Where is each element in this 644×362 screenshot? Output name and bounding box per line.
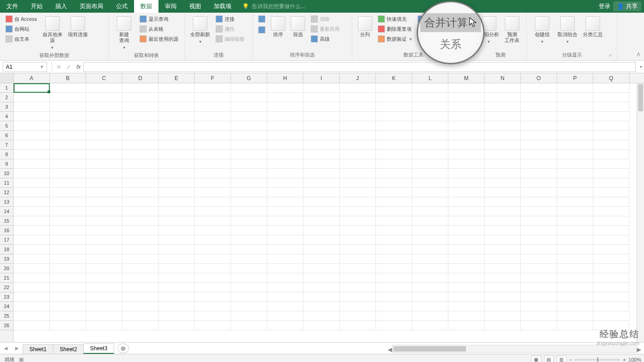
cell[interactable] xyxy=(412,102,448,112)
row-header-22[interactable]: 22 xyxy=(0,283,13,292)
cell[interactable] xyxy=(303,93,340,102)
cell[interactable] xyxy=(86,235,122,245)
cell[interactable] xyxy=(521,169,557,178)
cell[interactable] xyxy=(303,254,340,264)
cell[interactable] xyxy=(412,311,448,321)
cell[interactable] xyxy=(593,302,630,311)
show-queries-button[interactable]: 显示查询 xyxy=(138,14,180,24)
cell[interactable] xyxy=(303,311,340,321)
zoom-out-button[interactable]: − xyxy=(569,357,572,362)
cell[interactable] xyxy=(485,188,521,197)
cell[interactable] xyxy=(303,121,340,131)
cell[interactable] xyxy=(14,207,50,216)
cell[interactable] xyxy=(50,131,86,140)
column-header-F[interactable]: F xyxy=(195,73,231,83)
cell[interactable] xyxy=(448,245,485,254)
cell[interactable] xyxy=(303,235,340,245)
cell[interactable] xyxy=(557,235,593,245)
cell[interactable] xyxy=(267,197,303,207)
cell[interactable] xyxy=(122,197,159,207)
cell[interactable] xyxy=(485,112,521,121)
cell[interactable] xyxy=(521,311,557,321)
cell[interactable] xyxy=(593,254,630,264)
cell[interactable] xyxy=(340,102,376,112)
cell[interactable] xyxy=(231,207,267,216)
cell[interactable] xyxy=(412,169,448,178)
cell[interactable] xyxy=(593,216,630,226)
cell[interactable] xyxy=(303,207,340,216)
cell[interactable] xyxy=(122,178,159,188)
cell[interactable] xyxy=(521,264,557,273)
cell[interactable] xyxy=(485,321,521,330)
cell[interactable] xyxy=(267,283,303,292)
cell[interactable] xyxy=(231,226,267,235)
cell[interactable] xyxy=(448,159,485,169)
existing-connections-button[interactable]: 现有连接 xyxy=(66,14,90,38)
cell[interactable] xyxy=(159,121,195,131)
cell[interactable] xyxy=(231,254,267,264)
cell[interactable] xyxy=(376,188,412,197)
cell[interactable] xyxy=(195,264,231,273)
cell[interactable] xyxy=(267,83,303,93)
cell[interactable] xyxy=(340,169,376,178)
row-header-24[interactable]: 24 xyxy=(0,302,13,311)
cell[interactable] xyxy=(376,150,412,159)
cell[interactable] xyxy=(521,292,557,302)
cell[interactable] xyxy=(159,264,195,273)
data-validation-button[interactable]: 数据验证▾ xyxy=(376,34,414,43)
cell[interactable] xyxy=(159,292,195,302)
cell[interactable] xyxy=(267,102,303,112)
cell[interactable] xyxy=(412,273,448,283)
cell[interactable] xyxy=(50,226,86,235)
cell[interactable] xyxy=(521,197,557,207)
cell[interactable] xyxy=(231,121,267,131)
cell[interactable] xyxy=(159,216,195,226)
cell[interactable] xyxy=(122,188,159,197)
sheet-nav-prev-button[interactable]: ◄ xyxy=(3,345,9,352)
subtotal-button[interactable]: 分类汇总 xyxy=(581,14,605,38)
row-header-13[interactable]: 13 xyxy=(0,197,13,207)
edit-links-button[interactable]: 编辑链接 xyxy=(214,34,246,43)
cell[interactable] xyxy=(448,302,485,311)
cell[interactable] xyxy=(195,121,231,131)
cell[interactable] xyxy=(340,264,376,273)
row-header-21[interactable]: 21 xyxy=(0,273,13,283)
cell[interactable] xyxy=(412,207,448,216)
cell[interactable] xyxy=(557,254,593,264)
cells-area[interactable] xyxy=(14,83,644,342)
cell[interactable] xyxy=(485,216,521,226)
row-header-2[interactable]: 2 xyxy=(0,93,13,102)
cell[interactable] xyxy=(593,226,630,235)
cell[interactable] xyxy=(340,93,376,102)
cell[interactable] xyxy=(521,159,557,169)
cell[interactable] xyxy=(231,311,267,321)
cell[interactable] xyxy=(412,302,448,311)
cell[interactable] xyxy=(122,169,159,178)
cell[interactable] xyxy=(376,254,412,264)
cell[interactable] xyxy=(340,216,376,226)
cell[interactable] xyxy=(376,83,412,93)
zoom-level[interactable]: 100% xyxy=(629,357,641,362)
cell[interactable] xyxy=(448,140,485,150)
sort-desc-button[interactable] xyxy=(256,25,267,34)
cell[interactable] xyxy=(195,93,231,102)
cell[interactable] xyxy=(412,292,448,302)
cell[interactable] xyxy=(231,245,267,254)
cell[interactable] xyxy=(50,273,86,283)
cell[interactable] xyxy=(231,188,267,197)
cell[interactable] xyxy=(412,283,448,292)
cell[interactable] xyxy=(14,159,50,169)
row-header-8[interactable]: 8 xyxy=(0,150,13,159)
sheet-tab-Sheet3[interactable]: Sheet3 xyxy=(83,343,114,354)
cell[interactable] xyxy=(14,254,50,264)
properties-button[interactable]: 属性 xyxy=(214,24,246,33)
cell[interactable] xyxy=(557,121,593,131)
cell[interactable] xyxy=(448,311,485,321)
cell[interactable] xyxy=(521,273,557,283)
cell[interactable] xyxy=(303,140,340,150)
cell[interactable] xyxy=(159,159,195,169)
cell[interactable] xyxy=(376,102,412,112)
cell[interactable] xyxy=(231,302,267,311)
cell[interactable] xyxy=(267,264,303,273)
cell[interactable] xyxy=(376,226,412,235)
